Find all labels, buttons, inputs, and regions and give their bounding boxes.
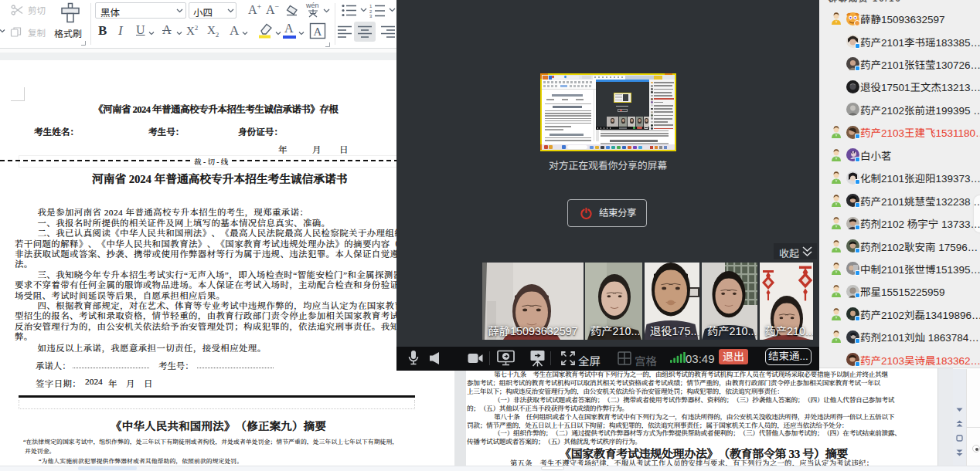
svg-text:A: A bbox=[314, 25, 322, 38]
svg-text:2: 2 bbox=[369, 9, 373, 14]
svg-text:3: 3 bbox=[369, 14, 373, 19]
svg-text:wén: wén bbox=[305, 2, 319, 9]
svg-text:1: 1 bbox=[369, 4, 373, 8]
